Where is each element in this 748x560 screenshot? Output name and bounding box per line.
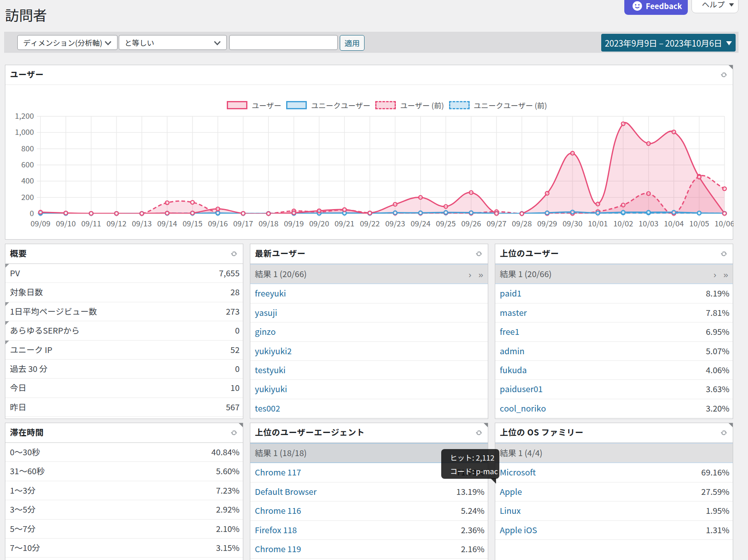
svg-text:09/29: 09/29 (537, 218, 557, 228)
svg-text:09/14: 09/14 (157, 218, 177, 228)
svg-text:09/22: 09/22 (360, 218, 380, 228)
svg-text:09/28: 09/28 (512, 218, 532, 228)
svg-text:10/02: 10/02 (613, 218, 633, 228)
svg-text:09/26: 09/26 (461, 218, 481, 228)
svg-text:1,200: 1,200 (15, 110, 34, 121)
svg-text:09/25: 09/25 (436, 218, 456, 228)
svg-text:0: 0 (30, 207, 34, 218)
svg-text:600: 600 (21, 159, 34, 169)
svg-text:09/30: 09/30 (562, 218, 582, 228)
svg-text:200: 200 (21, 191, 34, 202)
svg-text:1,000: 1,000 (15, 126, 34, 137)
svg-text:09/13: 09/13 (132, 218, 152, 228)
svg-text:09/24: 09/24 (411, 218, 430, 228)
svg-text:09/17: 09/17 (233, 218, 253, 228)
svg-text:09/12: 09/12 (106, 218, 126, 228)
svg-text:09/16: 09/16 (208, 218, 228, 228)
svg-text:09/11: 09/11 (81, 218, 101, 228)
svg-text:09/23: 09/23 (385, 218, 405, 228)
svg-text:09/18: 09/18 (259, 218, 278, 228)
svg-text:09/19: 09/19 (284, 218, 303, 228)
svg-text:09/20: 09/20 (309, 218, 329, 228)
svg-text:09/15: 09/15 (183, 218, 202, 228)
svg-text:09/09: 09/09 (31, 218, 50, 228)
svg-text:09/10: 09/10 (56, 218, 75, 228)
svg-text:09/21: 09/21 (334, 218, 354, 228)
svg-text:800: 800 (21, 143, 34, 153)
svg-text:10/06: 10/06 (715, 218, 734, 228)
svg-text:10/01: 10/01 (588, 218, 608, 228)
svg-text:10/04: 10/04 (664, 218, 684, 228)
svg-text:09/27: 09/27 (487, 218, 506, 228)
svg-text:10/05: 10/05 (689, 218, 709, 228)
svg-text:10/03: 10/03 (639, 218, 659, 228)
svg-text:400: 400 (21, 175, 34, 186)
